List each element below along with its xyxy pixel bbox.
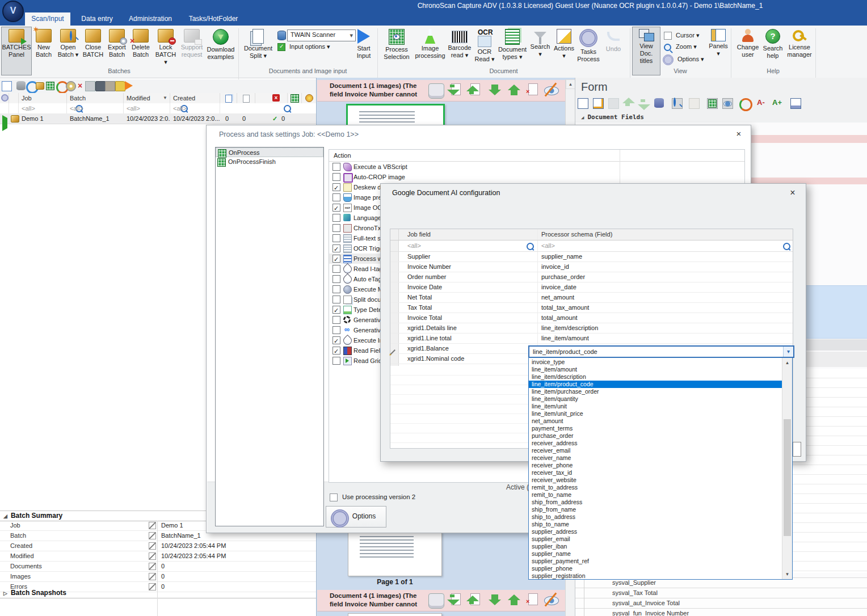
schema-combo-editor[interactable]: line_item/product_code ▾	[528, 345, 794, 358]
batch-filter[interactable]: <all>	[67, 103, 124, 113]
delete-page-icon[interactable]: ×	[526, 593, 541, 607]
document-1-header[interactable]: Document 1 (1 images) (The field Invoice…	[317, 80, 565, 102]
snapshot-camera-icon[interactable]	[95, 81, 106, 91]
action-row[interactable]: Execute a VBScript	[329, 162, 744, 172]
action-checkbox[interactable]	[333, 224, 340, 232]
action-checkbox[interactable]	[333, 347, 340, 355]
action-checkbox[interactable]	[333, 285, 340, 293]
action-checkbox[interactable]	[333, 204, 340, 212]
dropdown-item[interactable]: receiver_tax_id	[529, 469, 782, 476]
job-filter[interactable]: <all>	[19, 103, 67, 113]
property-editor-icon[interactable]	[149, 522, 156, 529]
insert-page-before-icon[interactable]	[468, 593, 483, 607]
action-checkbox[interactable]	[333, 326, 340, 334]
event-item-onprocessfinish[interactable]: OnProcessFinish	[216, 157, 323, 167]
delete-x-icon[interactable]: ×	[75, 81, 85, 90]
dropdown-item[interactable]: purchase_order	[529, 432, 782, 440]
mapping-row[interactable]: Order number purchase_order	[390, 272, 793, 282]
move-up-icon[interactable]	[507, 593, 521, 607]
dropdown-item[interactable]: supplier_payment_ref	[529, 558, 782, 565]
property-editor-icon[interactable]	[149, 563, 156, 570]
dropdown-item[interactable]: line_item/purchase_order	[529, 388, 782, 395]
sysval-field-row[interactable]: sysval_aut_Invoice Total	[575, 598, 867, 608]
action-checkbox[interactable]	[333, 357, 340, 365]
scrollbar-thumb[interactable]	[784, 419, 791, 536]
mapping-row[interactable]: Supplier supplier_name	[390, 252, 793, 262]
keyboard-icon[interactable]	[428, 593, 444, 609]
modified-filter[interactable]: <all>	[124, 103, 170, 113]
images-column-header[interactable]	[237, 93, 255, 103]
batch-column-header[interactable]: Batch	[67, 93, 124, 103]
font-increase-icon[interactable]: A+	[772, 98, 782, 108]
search-menu-button[interactable]: Search ▾	[529, 27, 552, 75]
mapping-row[interactable]: xgrid1.Details line line_item/descriptio…	[390, 323, 793, 334]
batch-box-icon[interactable]	[36, 82, 44, 90]
database-icon[interactable]	[654, 98, 664, 108]
action-column-header[interactable]: Action	[329, 150, 744, 162]
dropdown-item[interactable]: line_item/product_code	[529, 381, 782, 388]
action-checkbox[interactable]	[333, 306, 340, 314]
zoom-menu[interactable]: Zoom ▾	[664, 43, 697, 51]
action-row[interactable]: Auto-CROP image	[329, 172, 744, 182]
gear-column-header[interactable]	[0, 93, 9, 103]
sysval-field-row[interactable]: sysval_Tax Total	[575, 588, 867, 598]
font-decrease-icon[interactable]: A-	[757, 98, 767, 108]
ocr-read-button[interactable]: OCR OCR Read ▾	[473, 27, 496, 75]
stop-square-icon[interactable]	[85, 81, 95, 91]
dropdown-item[interactable]: supplier_iban	[529, 543, 782, 550]
edit-folder-icon[interactable]	[115, 81, 125, 91]
dropdown-item[interactable]: supplier_address	[529, 528, 782, 535]
dropdown-item[interactable]: ship_to_name	[529, 521, 782, 528]
move-down-icon[interactable]	[487, 83, 502, 98]
property-editor-icon[interactable]	[149, 573, 156, 580]
database-icon[interactable]	[16, 81, 26, 90]
scanner-select[interactable]: TWAIN Scanner ▾	[287, 29, 356, 41]
action-checkbox[interactable]	[333, 234, 340, 242]
document-split-button[interactable]: Document Split ▾	[243, 27, 273, 75]
open-batch-button[interactable]: Open Batch ▾	[56, 27, 81, 75]
delete-page-icon[interactable]: ×	[526, 83, 541, 98]
options-button[interactable]: Options	[326, 506, 386, 528]
cursor-menu[interactable]: Cursor ▾	[664, 32, 700, 40]
dropdown-item[interactable]: net_amount	[529, 417, 782, 425]
property-editor-icon[interactable]	[149, 552, 156, 560]
summary-row[interactable]: Images 0	[0, 572, 316, 582]
hot-action-icon[interactable]	[125, 81, 133, 90]
action-checkbox[interactable]	[333, 193, 340, 201]
app-logo-icon[interactable]: V	[2, 1, 24, 22]
created-column-header[interactable]: Created	[170, 93, 220, 103]
modified-column-header[interactable]: Modified▼	[124, 93, 170, 103]
license-manager-button[interactable]: License manager	[785, 27, 814, 75]
dropdown-item[interactable]: invoice_type	[529, 358, 782, 366]
dropdown-item[interactable]: supplier_phone	[529, 565, 782, 572]
summary-row[interactable]: Created 10/24/2023 2:05:44 PM	[0, 541, 316, 551]
dropdown-item[interactable]: remit_to_address	[529, 484, 782, 491]
dropdown-item[interactable]: receiver_address	[529, 440, 782, 447]
hide-document-icon[interactable]	[544, 83, 559, 98]
dropdown-item[interactable]: line_item/unit	[529, 403, 782, 410]
job-field-column-header[interactable]: Job field	[399, 229, 538, 240]
tab-administration[interactable]: Administration	[124, 12, 177, 26]
archive-box-icon[interactable]	[105, 81, 115, 91]
export-db-icon[interactable]	[790, 98, 801, 109]
action-checkbox[interactable]	[333, 244, 340, 252]
export-batch-button[interactable]: Export Batch	[106, 27, 128, 75]
dropdown-item[interactable]: receiver_phone	[529, 462, 782, 469]
tab-data-entry[interactable]: Data entry	[73, 12, 121, 26]
dropdown-item[interactable]: receiver_name	[529, 454, 782, 462]
mapping-row[interactable]: Invoice Date invoice_date	[390, 282, 793, 293]
close-batch-button[interactable]: Close BATCH	[82, 27, 104, 75]
action-checkbox[interactable]	[333, 265, 340, 273]
view-doc-titles-button[interactable]: View Doc. titles	[632, 27, 660, 75]
actions-menu-button[interactable]: Actions ▾	[553, 27, 575, 75]
documents-column-header[interactable]	[220, 93, 237, 103]
image-processing-button[interactable]: Image processing	[414, 27, 446, 75]
dropdown-item[interactable]: ship_from_name	[529, 506, 782, 513]
batch-snapshots-header[interactable]: ▷Batch Snapshots	[0, 588, 316, 598]
dropdown-item[interactable]: payment_terms	[529, 425, 782, 432]
dropdown-item[interactable]: supplier_registration	[529, 572, 782, 580]
event-item-onprocess[interactable]: OnProcess	[216, 147, 323, 157]
icon-column-header[interactable]	[9, 93, 19, 103]
burn-column-header[interactable]	[302, 93, 316, 103]
keyboard-icon[interactable]	[428, 83, 444, 99]
